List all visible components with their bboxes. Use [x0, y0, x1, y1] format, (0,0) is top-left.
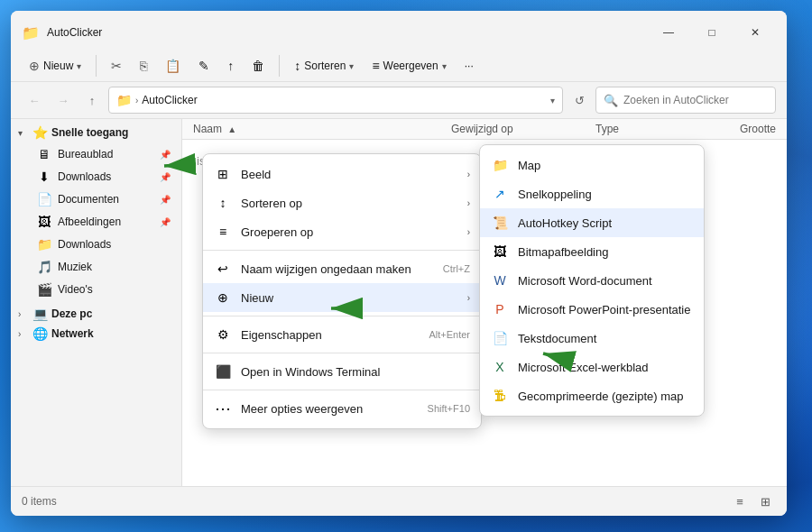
eigenschappen-shortcut: Alt+Enter [429, 329, 470, 340]
cut-button[interactable]: ✂ [104, 54, 129, 78]
menu-label-naam: Naam wijzigen ongedaan maken [241, 262, 434, 276]
submenu-label-excel: Microsoft Excel-werkblad [518, 361, 649, 374]
grid-view-button[interactable]: ⊞ [754, 491, 776, 512]
status-right: ≡ ⊞ [729, 491, 776, 512]
quick-access-group[interactable]: ▾ ⭐ Snelle toegang [11, 123, 181, 142]
minimize-button[interactable]: — [648, 18, 689, 47]
refresh-button[interactable]: ↺ [567, 87, 592, 113]
paste-icon: 📋 [165, 59, 180, 73]
submenu-item-word[interactable]: W Microsoft Word-document [480, 266, 704, 295]
sidebar-item-bureaublad[interactable]: 🖥 Bureaublad 📌 [14, 143, 178, 165]
submenu-label-tekst: Tekstdocument [518, 332, 596, 345]
menu-sep-1 [203, 250, 481, 251]
menu-label-nieuw: Nieuw [241, 291, 458, 305]
sidebar-label-videos: Video's [58, 283, 171, 296]
sidebar-item-videos[interactable]: 🎬 Video's [14, 279, 178, 300]
path-chevron-icon: › [135, 96, 138, 105]
search-input[interactable] [623, 94, 768, 106]
menu-label-groeperen: Groeperen op [241, 225, 458, 239]
item-count: 0 items [22, 495, 57, 508]
this-pc-group[interactable]: › 💻 Deze pc [11, 304, 181, 324]
submenu-item-snelkoppeling[interactable]: ↗ Snelkoppeling [480, 179, 704, 208]
menu-item-sorteren[interactable]: ↕ Sorteren op › [203, 188, 481, 217]
path-dropdown-icon[interactable]: ▾ [550, 96, 555, 105]
title-left: 📁 AutoClicker [22, 24, 102, 41]
submenu-item-powerpoint[interactable]: P Microsoft PowerPoint-presentatie [480, 295, 704, 324]
address-path[interactable]: 📁 › AutoClicker ▾ [108, 87, 563, 114]
menu-item-groeperen[interactable]: ≡ Groeperen op › [203, 217, 481, 246]
submenu-label-map: Map [518, 159, 540, 172]
sidebar-item-downloads2[interactable]: 📁 Downloads [14, 234, 178, 255]
network-icon: 🌐 [32, 326, 48, 341]
eigenschappen-icon: ⚙ [214, 326, 232, 344]
sidebar-item-documenten[interactable]: 📄 Documenten 📌 [14, 188, 178, 210]
meer-icon: ⋯ [214, 399, 232, 417]
col-header-type[interactable]: Type [595, 123, 704, 135]
network-label: Netwerk [51, 327, 94, 340]
context-menu: ⊞ Beeld › ↕ Sorteren op › ≡ Groeperen op… [202, 153, 482, 429]
col-header-size[interactable]: Grootte [704, 123, 776, 135]
up-button[interactable]: ↑ [79, 87, 105, 113]
back-button[interactable]: ← [22, 87, 47, 113]
share-button[interactable]: ↑ [220, 54, 241, 78]
cut-icon: ✂ [111, 59, 122, 73]
submenu-item-map[interactable]: 📁 Map [480, 151, 704, 179]
col-header-modified[interactable]: Gewijzigd op [451, 123, 595, 135]
col-header-name[interactable]: Naam ▲ [193, 123, 451, 135]
search-box[interactable]: 🔍 [595, 87, 776, 114]
beeld-arrow-icon: › [467, 170, 470, 179]
forward-button[interactable]: → [51, 87, 76, 113]
plus-icon: ⊕ [29, 59, 40, 73]
submenu-item-tekst[interactable]: 📄 Tekstdocument [480, 324, 704, 353]
beeld-icon: ⊞ [214, 165, 232, 183]
muziek-icon: 🎵 [36, 260, 52, 274]
sidebar-item-muziek[interactable]: 🎵 Muziek [14, 256, 178, 278]
view-icon: ≡ [372, 59, 379, 73]
groeperen-icon: ≡ [214, 223, 232, 241]
autohotkey-icon: 📜 [491, 214, 509, 232]
network-group[interactable]: › 🌐 Netwerk [11, 324, 181, 344]
sidebar-item-afbeeldingen[interactable]: 🖼 Afbeeldingen 📌 [14, 211, 178, 233]
toolbar-separator-1 [96, 55, 97, 77]
more-button[interactable]: ··· [457, 55, 481, 77]
copy-button[interactable]: ⎘ [133, 54, 154, 78]
sidebar-item-downloads1[interactable]: ⬇ Downloads 📌 [14, 166, 178, 188]
submenu-item-bitmap[interactable]: 🖼 Bitmapafbeelding [480, 237, 704, 266]
list-view-button[interactable]: ≡ [729, 491, 751, 512]
submenu: 📁 Map ↗ Snelkoppeling 📜 AutoHotkey Scrip… [479, 144, 705, 417]
maximize-button[interactable]: □ [691, 18, 733, 47]
map-icon: 📁 [491, 156, 509, 174]
menu-item-eigenschappen[interactable]: ⚙ Eigenschappen Alt+Enter [203, 320, 481, 349]
submenu-label-zip: Gecomprimeerde (gezipte) map [518, 390, 684, 403]
documenten-icon: 📄 [36, 192, 52, 206]
view-chevron-icon: ▾ [442, 61, 447, 71]
menu-item-beeld[interactable]: ⊞ Beeld › [203, 160, 481, 188]
menu-item-terminal[interactable]: ⬛ Open in Windows Terminal [203, 357, 481, 386]
submenu-item-autohotkey[interactable]: 📜 AutoHotkey Script [480, 208, 704, 237]
copy-icon: ⎘ [140, 59, 147, 73]
sidebar: ▾ ⭐ Snelle toegang 🖥 Bureaublad 📌 ⬇ Down… [11, 119, 182, 486]
rename-button[interactable]: ✎ [191, 54, 217, 78]
sidebar-label-downloads1: Downloads [58, 170, 154, 183]
menu-item-naam[interactable]: ↩ Naam wijzigen ongedaan maken Ctrl+Z [203, 254, 481, 283]
close-button[interactable]: ✕ [734, 18, 776, 47]
menu-sep-2 [203, 316, 481, 316]
menu-label-terminal: Open in Windows Terminal [241, 365, 470, 379]
menu-label-beeld: Beeld [241, 168, 458, 181]
status-bar: 0 items ≡ ⊞ [11, 486, 787, 516]
new-button[interactable]: ⊕ Nieuw ▾ [22, 54, 88, 78]
delete-icon: 🗑 [252, 59, 264, 73]
bureaublad-icon: 🖥 [36, 147, 52, 161]
paste-button[interactable]: 📋 [158, 54, 188, 78]
more-label: ··· [465, 60, 474, 72]
explorer-window: 📁 AutoClicker — □ ✕ ⊕ Nieuw ▾ ✂ ⎘ 📋 ✎ ↑ [11, 11, 787, 516]
submenu-item-excel[interactable]: X Microsoft Excel-werkblad [480, 353, 704, 381]
view-button[interactable]: ≡ Weergeven ▾ [364, 54, 453, 78]
menu-item-nieuw[interactable]: ⊕ Nieuw › [203, 283, 481, 312]
delete-button[interactable]: 🗑 [245, 54, 272, 78]
sort-button[interactable]: ↕ Sorteren ▾ [287, 54, 361, 78]
downloads1-pin-icon: 📌 [160, 172, 171, 182]
menu-item-meer[interactable]: ⋯ Meer opties weergeven Shift+F10 [203, 394, 481, 423]
submenu-item-zip[interactable]: 🗜 Gecomprimeerde (gezipte) map [480, 381, 704, 410]
quick-access-chevron-icon: ▾ [18, 128, 29, 138]
